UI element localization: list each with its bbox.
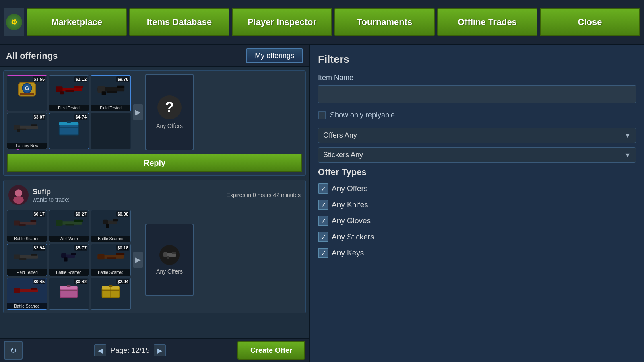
svg-rect-29 (19, 224, 25, 226)
item-img (13, 117, 41, 137)
nav-marketplace[interactable]: Marketplace (27, 8, 127, 36)
item-slot[interactable]: $2.94 Field Tested (7, 244, 47, 276)
question-mark-icon-2 (159, 245, 180, 265)
svg-rect-47 (97, 254, 104, 260)
offer-type-label-any-gloves: Any Gloves (332, 216, 371, 225)
item-slot[interactable]: $0.18 Battle Scarred (91, 244, 131, 276)
trader-subtitle-2: wants to trade: (33, 196, 227, 203)
offer-type-any-knifes[interactable]: ✓ Any Knifes (318, 200, 636, 210)
item-img (55, 117, 83, 137)
svg-rect-32 (74, 220, 83, 222)
offer-type-any-stickers[interactable]: ✓ Any Stickers (318, 232, 636, 242)
item-img (97, 282, 125, 299)
stickers-any-chevron: ▼ (624, 152, 631, 159)
svg-rect-64 (172, 252, 176, 254)
nav-tournaments[interactable]: Tournaments (334, 8, 435, 36)
item-slot[interactable]: $3.07 Factory New (7, 113, 47, 149)
svg-rect-31 (56, 220, 62, 226)
item-slot[interactable]: $0.42 (49, 278, 89, 310)
item-slot[interactable]: $0.27 Well Worn (49, 210, 89, 242)
svg-rect-7 (65, 90, 74, 92)
nav-offline-trades[interactable]: Offline Trades (437, 8, 537, 36)
filters-title: Filters (318, 53, 636, 66)
item-slot[interactable]: $9.78 Field Tested (91, 75, 131, 111)
item-slot-empty (91, 113, 131, 149)
svg-rect-39 (14, 254, 20, 259)
any-offers-label-2: Any Offers (156, 268, 183, 275)
offer-type-any-gloves[interactable]: ✓ Any Gloves (318, 216, 636, 226)
stickers-any-filter[interactable]: Stickers Any ▼ (318, 147, 636, 163)
item-slot[interactable]: $4.74 (49, 113, 89, 149)
right-panel-filters: Filters Item Name Show only replyable Of… (310, 45, 644, 362)
item-slot[interactable]: $3.55 G (7, 75, 47, 111)
offers-any-label: Offers Any (323, 131, 357, 140)
show-replyable-checkbox[interactable] (318, 111, 326, 119)
all-offerings-title: All offerings (6, 51, 246, 61)
svg-rect-51 (14, 288, 20, 293)
offer-type-label-any-keys: Any Keys (332, 249, 364, 257)
item-condition: Battle Scarred (91, 269, 130, 276)
item-img (13, 248, 41, 265)
item-img (97, 214, 125, 232)
trade-card-header-2: Sufip wants to trade: Expires in 0 hours… (7, 183, 302, 207)
offer-type-any-keys[interactable]: ✓ Any Keys (318, 248, 636, 258)
my-offerings-button[interactable]: My offerings (246, 48, 303, 63)
nav-items-database[interactable]: Items Database (129, 8, 229, 36)
svg-rect-48 (116, 253, 124, 255)
checkmark-any-knifes: ✓ (318, 200, 328, 210)
svg-rect-49 (107, 257, 116, 259)
checkmark-any-keys: ✓ (318, 248, 328, 258)
stickers-any-label: Stickers Any (323, 151, 363, 159)
reply-button-1[interactable]: Reply (7, 154, 302, 172)
item-slot[interactable]: $0.08 Battle Scarred (91, 210, 131, 242)
any-offers-label-1: Any Offers (156, 123, 183, 129)
refresh-button[interactable]: ↻ (4, 341, 23, 360)
offer-type-label-any-stickers: Any Stickers (332, 232, 374, 241)
svg-rect-44 (71, 253, 76, 255)
page-indicator: Page: 12/15 (110, 346, 149, 355)
items-grid-1: $3.55 G (7, 75, 131, 149)
create-offer-button[interactable]: Create Offer (237, 341, 305, 360)
item-slot[interactable]: $1.12 Field Tested (49, 75, 89, 111)
any-offers-slot-1[interactable]: ? Any Offers (145, 74, 194, 150)
pagination: ◀ Page: 12/15 ▶ (27, 344, 233, 356)
item-img (13, 282, 41, 299)
svg-rect-16 (31, 124, 37, 126)
checkmark-any-offers: ✓ (318, 183, 328, 194)
item-slot[interactable]: $0.45 Battle Scarred (7, 278, 47, 310)
trade-items-row-1: $3.55 G (7, 74, 302, 150)
offers-any-filter[interactable]: Offers Any ▼ (318, 128, 636, 143)
svg-rect-13 (102, 91, 106, 95)
item-slot[interactable]: $5.77 Battle Scarred (49, 244, 89, 276)
trader-info-2: Sufip wants to trade: (33, 188, 227, 203)
item-condition: Factory New (7, 143, 47, 149)
prev-page-button[interactable]: ◀ (94, 344, 106, 356)
next-page-button[interactable]: ▶ (154, 344, 166, 356)
offer-type-label-any-offers: Any Offers (332, 184, 367, 193)
any-offers-slot-2[interactable]: Any Offers (145, 224, 194, 296)
nav-close[interactable]: Close (540, 8, 640, 36)
svg-rect-12 (107, 91, 117, 93)
trade-arrow-1[interactable]: ▶ (133, 104, 143, 120)
item-condition: Battle Scarred (49, 269, 89, 276)
expiry-text-2: Expires in 0 hours 42 minutes (227, 192, 301, 198)
svg-rect-33 (65, 224, 74, 225)
svg-rect-41 (19, 258, 26, 260)
item-slot[interactable]: $0.17 Battle Scarred (7, 210, 47, 242)
logo-area: ⚙ (4, 8, 24, 36)
nav-player-inspector[interactable]: Player Inspector (232, 8, 332, 36)
item-slot[interactable]: $2.94 (91, 278, 131, 310)
trade-arrow-2[interactable]: ▶ (133, 252, 143, 268)
svg-rect-45 (64, 257, 68, 261)
svg-rect-40 (31, 254, 37, 256)
trader-avatar-2 (8, 185, 29, 205)
offer-type-any-offers[interactable]: ✓ Any Offers (318, 183, 636, 194)
item-condition: Battle Scarred (7, 236, 47, 242)
item-name-input[interactable] (318, 85, 636, 103)
show-replyable-label: Show only replyable (330, 111, 395, 119)
question-mark-icon: ? (157, 95, 182, 119)
svg-point-24 (15, 189, 22, 197)
item-img (97, 248, 125, 265)
top-nav-bar: ⚙ Marketplace Items Database Player Insp… (0, 0, 644, 45)
offerings-scroll[interactable]: $3.55 G (0, 67, 309, 338)
